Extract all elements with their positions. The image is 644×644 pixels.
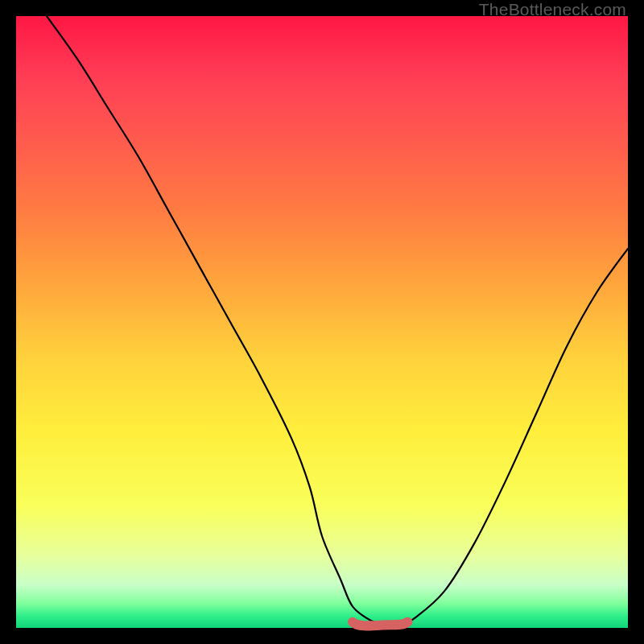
bottleneck-curve bbox=[47, 16, 628, 624]
plot-area bbox=[16, 16, 628, 628]
chart-viewport: TheBottleneck.com bbox=[0, 0, 644, 644]
optimal-range-highlight bbox=[353, 622, 407, 626]
curve-layer bbox=[16, 16, 628, 628]
